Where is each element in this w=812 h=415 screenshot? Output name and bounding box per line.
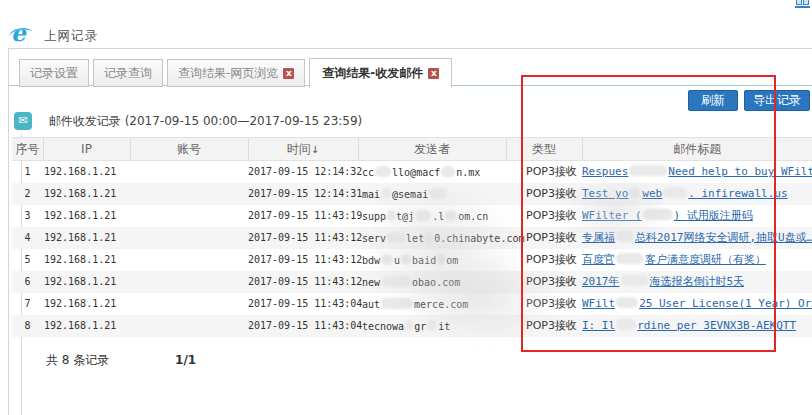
mail-title-link[interactable]: I: Ilrdine per 3EVNX3B-AEKQTT	[582, 319, 796, 332]
redacted-text	[429, 188, 447, 199]
cell-ip: 192.168.1.21	[43, 315, 130, 337]
cell-sender: bdwubaidom	[358, 249, 506, 271]
mail-title-link[interactable]: RespuesNeed help to buy WFilt…	[582, 165, 812, 178]
cell-ip: 192.168.1.21	[43, 227, 130, 249]
redacted-text	[445, 210, 457, 221]
table-row: 4192.168.1.212017-09-15 11:43:12servlet0…	[12, 227, 812, 249]
mail-title-link[interactable]: WFilt25 User License(1 Year) Or…	[582, 297, 812, 310]
cell-type: POP3接收	[506, 249, 582, 271]
cell-type: POP3接收	[506, 293, 582, 315]
redacted-text	[427, 320, 437, 331]
cell-title: Test yoweb. infirewall.us	[582, 183, 812, 205]
table-row: 1192.168.1.212017-09-15 12:14:32ccllo@ma…	[12, 161, 812, 183]
tab-label: 记录查询	[104, 66, 152, 80]
column-header-no: 序号	[12, 138, 43, 161]
cell-time: 2017-09-15 12:14:32	[248, 161, 358, 183]
clipped-corner-icon-part	[803, 0, 809, 5]
redacted-text	[441, 166, 455, 177]
cell-type: POP3接收	[506, 183, 582, 205]
redacted-text	[629, 165, 667, 176]
cell-time: 2017-09-15 11:43:19	[248, 205, 358, 227]
cell-title: 2017年海选报名倒计时5天	[582, 271, 812, 293]
titlebar: e 上网记录	[0, 0, 812, 48]
tab-0[interactable]: 记录设置	[19, 59, 89, 87]
redacted-text	[616, 231, 634, 242]
table-header-row: 序号IP账号时间↓发送者类型邮件标题	[12, 138, 812, 161]
cell-time: 2017-09-15 11:43:12	[248, 271, 358, 293]
browser-e-logo-icon: e	[11, 20, 37, 46]
cell-no: 5	[12, 249, 43, 271]
cell-title: WFilt25 User License(1 Year) Or…	[582, 293, 812, 315]
table-row: 2192.168.1.212017-09-15 12:14:31mai@sema…	[12, 183, 812, 205]
tab-strip: 记录设置记录查询查询结果-网页浏览x查询结果-收发邮件x	[9, 49, 812, 86]
tab-1[interactable]: 记录查询	[93, 59, 163, 87]
table-footer: 共 8 条记录 1/1	[46, 352, 196, 369]
mail-title-link[interactable]: WFilter () 试用版注册码	[582, 209, 753, 222]
page-indicator: 1/1	[175, 353, 196, 367]
column-header-type: 类型	[506, 138, 582, 161]
tab-close-icon[interactable]: x	[428, 68, 439, 79]
cell-type: POP3接收	[506, 161, 582, 183]
redacted-text	[405, 320, 413, 331]
redacted-text	[415, 210, 431, 221]
table-row: 3192.168.1.212017-09-15 11:43:19suppt@j.…	[12, 205, 812, 227]
mail-icon: ✉	[14, 112, 32, 130]
redacted-text	[381, 276, 411, 287]
cell-sender: servlet0.chinabyte.com	[358, 227, 506, 249]
cell-time: 2017-09-15 11:43:12	[248, 227, 358, 249]
redacted-text	[387, 210, 395, 221]
tab-label: 记录设置	[30, 66, 78, 80]
redacted-text	[381, 254, 393, 265]
cell-ip: 192.168.1.21	[43, 183, 130, 205]
redacted-text	[629, 187, 641, 198]
redacted-text	[616, 253, 644, 264]
redacted-text	[437, 254, 445, 265]
tab-2[interactable]: 查询结果-网页浏览x	[167, 59, 305, 87]
mail-title-link[interactable]: 百度官客户满意度调研（有奖）	[582, 253, 766, 266]
table-row: 5192.168.1.212017-09-15 11:43:12bdwubaid…	[12, 249, 812, 271]
mail-title-link[interactable]: Test yoweb. infirewall.us	[582, 187, 788, 200]
cell-title: 专属福总科2017网络安全调研,抽取U盘或…	[582, 227, 812, 249]
page-title: 上网记录	[44, 28, 98, 45]
cell-account	[130, 227, 248, 249]
cell-account	[130, 293, 248, 315]
tab-label: 查询结果-收发邮件	[322, 66, 423, 80]
redacted-text	[387, 232, 405, 243]
redacted-text	[643, 209, 673, 220]
table-row: 7192.168.1.212017-09-15 11:43:04autmerce…	[12, 293, 812, 315]
refresh-button[interactable]: 刷新	[688, 90, 738, 111]
record-title: 邮件收发记录 (2017-09-15 00:00—2017-09-15 23:5…	[49, 114, 362, 128]
redacted-text	[663, 187, 687, 198]
mail-records-table: 序号IP账号时间↓发送者类型邮件标题 1192.168.1.212017-09-…	[12, 137, 812, 337]
cell-sender: autmerce.com	[358, 293, 506, 315]
cell-no: 8	[12, 315, 43, 337]
cell-no: 4	[12, 227, 43, 249]
cell-time: 2017-09-15 11:43:04	[248, 293, 358, 315]
cell-title: WFilter () 试用版注册码	[582, 205, 812, 227]
cell-sender: tecnowagrit	[358, 315, 506, 337]
tab-3[interactable]: 查询结果-收发邮件x	[309, 58, 452, 88]
cell-ip: 192.168.1.21	[43, 293, 130, 315]
sort-desc-icon: ↓	[311, 144, 319, 155]
redacted-text	[616, 319, 636, 330]
cell-no: 1	[12, 161, 43, 183]
cell-type: POP3接收	[506, 271, 582, 293]
record-section-header: ✉ 邮件收发记录 (2017-09-15 00:00—2017-09-15 23…	[14, 112, 362, 130]
mail-title-link[interactable]: 专属福总科2017网络安全调研,抽取U盘或…	[582, 231, 812, 244]
tab-close-icon[interactable]: x	[283, 68, 294, 79]
mail-title-link[interactable]: 2017年海选报名倒计时5天	[582, 275, 744, 288]
column-header-time[interactable]: 时间↓	[248, 138, 358, 161]
cell-account	[130, 183, 248, 205]
redacted-text	[621, 275, 649, 286]
export-records-button[interactable]: 导出记录	[744, 90, 810, 111]
cell-no: 6	[12, 271, 43, 293]
cell-title: 百度官客户满意度调研（有奖）	[582, 249, 812, 271]
cell-no: 2	[12, 183, 43, 205]
table-row: 6192.168.1.212017-09-15 11:43:12newobao.…	[12, 271, 812, 293]
table-row: 8192.168.1.212017-09-15 11:43:04tecnowag…	[12, 315, 812, 337]
cell-ip: 192.168.1.21	[43, 161, 130, 183]
cell-no: 7	[12, 293, 43, 315]
column-header-sender: 发送者	[358, 138, 506, 161]
cell-title: RespuesNeed help to buy WFilt…	[582, 161, 812, 183]
cell-time: 2017-09-15 12:14:31	[248, 183, 358, 205]
